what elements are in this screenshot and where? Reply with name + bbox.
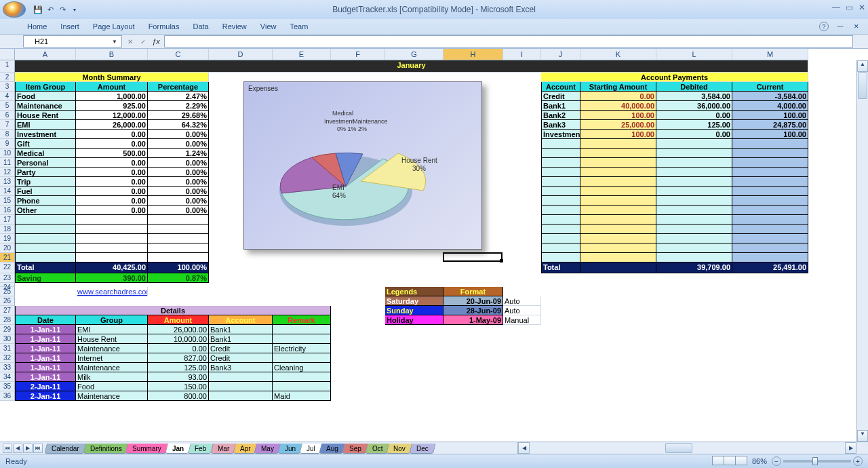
expenses-pie-chart[interactable]: Expenses EMI 64% House Rent 30% Medical … (243, 81, 482, 250)
cell[interactable] (732, 177, 808, 187)
cell[interactable]: Amount (76, 82, 148, 92)
cell[interactable] (580, 206, 656, 215)
cell[interactable] (273, 382, 331, 391)
cell[interactable]: 1-May-09 (443, 315, 503, 325)
cell[interactable]: 0.00 (76, 187, 148, 196)
cell[interactable] (732, 158, 808, 168)
scroll-left-button[interactable]: ◀ (518, 442, 530, 454)
save-icon[interactable]: 💾 (33, 4, 43, 15)
cell[interactable]: Investment (15, 130, 76, 139)
cell[interactable] (656, 206, 732, 215)
row-header[interactable]: 30 (0, 334, 15, 344)
sheet-tab-jan[interactable]: Jan (165, 444, 191, 454)
cell[interactable]: Bank1 (209, 325, 273, 334)
cell[interactable]: 100.00 (732, 130, 808, 139)
row-header[interactable]: 6 (0, 111, 15, 120)
cell[interactable] (732, 234, 808, 243)
row-header[interactable]: 9 (0, 139, 15, 149)
cell[interactable]: Format (443, 287, 503, 296)
row-header[interactable]: 33 (0, 363, 15, 372)
sheet-tab-dec[interactable]: Dec (409, 444, 436, 454)
cell[interactable]: 24,875.00 (732, 120, 808, 130)
row-header[interactable]: 7 (0, 120, 15, 130)
cell[interactable] (732, 149, 808, 158)
col-header[interactable]: K (580, 49, 656, 60)
cell[interactable]: 0.00 (148, 344, 209, 353)
col-header[interactable]: J (541, 49, 580, 60)
horizontal-scrollbar[interactable]: ◀ ▶ (517, 442, 856, 454)
row-headers[interactable]: 1234567891011121314151617181920212223242… (0, 60, 15, 401)
cell[interactable] (656, 234, 732, 243)
cell[interactable]: 1-Jan-11 (15, 344, 76, 353)
cell[interactable] (656, 187, 732, 196)
row-header[interactable]: 1 (0, 60, 15, 73)
ribbon-tab-page-layout[interactable]: Page Layout (93, 22, 135, 31)
cell[interactable] (656, 149, 732, 158)
sheet-tab-calendar[interactable]: Calendar (44, 444, 86, 454)
col-header[interactable]: B (76, 49, 148, 60)
cell[interactable] (656, 196, 732, 206)
cell[interactable]: -3,584.00 (732, 92, 808, 101)
cell[interactable] (541, 215, 580, 225)
cell[interactable]: 125.00 (148, 363, 209, 372)
formula-input[interactable] (164, 35, 853, 47)
cell[interactable] (580, 225, 656, 234)
cell[interactable] (656, 177, 732, 187)
row-header[interactable]: 35 (0, 382, 15, 391)
row-header[interactable]: 21 (0, 253, 15, 262)
col-header[interactable]: H (443, 49, 503, 60)
col-header[interactable]: M (732, 49, 808, 60)
cell[interactable]: 800.00 (148, 391, 209, 401)
cell[interactable]: Debited (656, 82, 732, 92)
cell[interactable] (76, 215, 148, 225)
cell[interactable]: 12,000.00 (76, 111, 148, 120)
cell[interactable] (580, 196, 656, 206)
row-header[interactable]: 36 (0, 391, 15, 401)
row-header[interactable]: 23 (0, 273, 15, 283)
cell[interactable]: 0.00% (148, 206, 209, 215)
cell[interactable]: EMI (76, 325, 148, 334)
cell[interactable]: Credit (209, 344, 273, 353)
cell[interactable] (541, 243, 580, 253)
cancel-formula-icon[interactable]: ✕ (125, 36, 136, 47)
ribbon-tab-home[interactable]: Home (27, 22, 47, 31)
cell[interactable] (209, 382, 273, 391)
cell[interactable]: 500.00 (76, 149, 148, 158)
ribbon-close-icon[interactable]: ✕ (852, 22, 861, 31)
scroll-up-button[interactable]: ▲ (857, 60, 868, 72)
column-headers[interactable]: ABCDEFGHIJKLM (15, 49, 808, 60)
name-box-dropdown-icon[interactable]: ▼ (112, 39, 117, 45)
cell[interactable]: Auto (503, 306, 541, 315)
sheet-tab-summary[interactable]: Summary (125, 444, 169, 454)
cell[interactable]: Trip (15, 177, 76, 187)
cell[interactable] (580, 234, 656, 243)
row-header[interactable]: 18 (0, 225, 15, 234)
cell[interactable] (580, 262, 656, 273)
cell[interactable]: 0.00% (148, 168, 209, 177)
row-header[interactable]: 27 (0, 306, 15, 315)
cell[interactable]: Group (76, 315, 148, 325)
cell[interactable]: 0.00 (76, 158, 148, 168)
cell[interactable]: 0.00 (656, 111, 732, 120)
cell[interactable]: Saturday (385, 296, 443, 306)
close-button[interactable]: ✕ (859, 3, 865, 12)
cell[interactable] (541, 253, 580, 262)
cell[interactable] (76, 225, 148, 234)
row-header[interactable]: 8 (0, 130, 15, 139)
cell[interactable] (273, 334, 331, 344)
cell[interactable]: Sunday (385, 306, 443, 315)
maximize-button[interactable]: ▭ (846, 3, 853, 12)
cell[interactable]: 36,000.00 (656, 101, 732, 111)
col-header[interactable]: E (273, 49, 331, 60)
cell[interactable] (76, 234, 148, 243)
cell[interactable]: 125.00 (656, 120, 732, 130)
cell[interactable]: 10,000.00 (148, 334, 209, 344)
row-header[interactable]: 22 (0, 262, 15, 273)
cell[interactable]: Current (732, 82, 808, 92)
cell[interactable]: 0.00 (76, 139, 148, 149)
row-header[interactable]: 3 (0, 82, 15, 92)
ribbon-tab-insert[interactable]: Insert (60, 22, 79, 31)
cell[interactable] (656, 139, 732, 149)
sheet-tab-definitions[interactable]: Definitions (83, 444, 129, 454)
row-header[interactable]: 2 (0, 73, 15, 82)
